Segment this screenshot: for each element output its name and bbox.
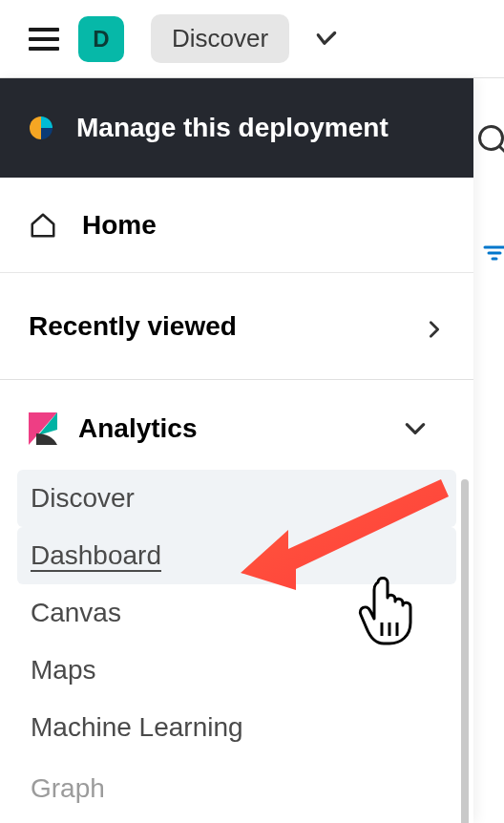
nav-item-dashboard[interactable]: Dashboard (17, 527, 456, 584)
analytics-nav-list: Discover Dashboard Canvas Maps Machine L… (0, 462, 473, 823)
search-icon[interactable] (475, 122, 504, 157)
kibana-icon (29, 412, 57, 445)
breadcrumb-discover[interactable]: Discover (151, 14, 289, 63)
deployment-logo-letter: D (93, 26, 109, 53)
nav-home[interactable]: Home (0, 178, 473, 273)
svg-point-0 (480, 127, 503, 150)
deployment-logo-badge[interactable]: D (78, 16, 124, 62)
breadcrumb-chevron-down-icon[interactable] (314, 27, 339, 52)
manage-deployment-link[interactable]: Manage this deployment (0, 78, 473, 178)
nav-recently-viewed[interactable]: Recently viewed (0, 273, 473, 380)
nav-recently-viewed-label: Recently viewed (29, 311, 237, 342)
menu-hamburger-icon[interactable] (29, 28, 59, 51)
home-icon (29, 211, 57, 240)
nav-home-label: Home (82, 210, 157, 241)
svg-line-1 (500, 147, 505, 156)
top-bar: D Discover (0, 0, 504, 78)
manage-deployment-label: Manage this deployment (76, 113, 388, 143)
nav-section-analytics[interactable]: Analytics (0, 380, 473, 462)
filter-icon[interactable] (483, 244, 504, 262)
nav-section-analytics-label: Analytics (78, 413, 382, 444)
elastic-cloud-icon (27, 114, 55, 142)
chevron-right-icon (424, 316, 445, 337)
nav-item-graph[interactable]: Graph (17, 760, 456, 817)
nav-item-maps[interactable]: Maps (17, 642, 456, 699)
breadcrumb-discover-label: Discover (172, 24, 268, 53)
chevron-down-icon (403, 416, 428, 441)
nav-item-discover[interactable]: Discover (17, 470, 456, 527)
nav-item-machine-learning[interactable]: Machine Learning (17, 699, 456, 756)
navigation-drawer: Manage this deployment Home Recently vie… (0, 78, 473, 823)
nav-item-canvas[interactable]: Canvas (17, 584, 456, 642)
scrollbar[interactable] (461, 479, 469, 823)
